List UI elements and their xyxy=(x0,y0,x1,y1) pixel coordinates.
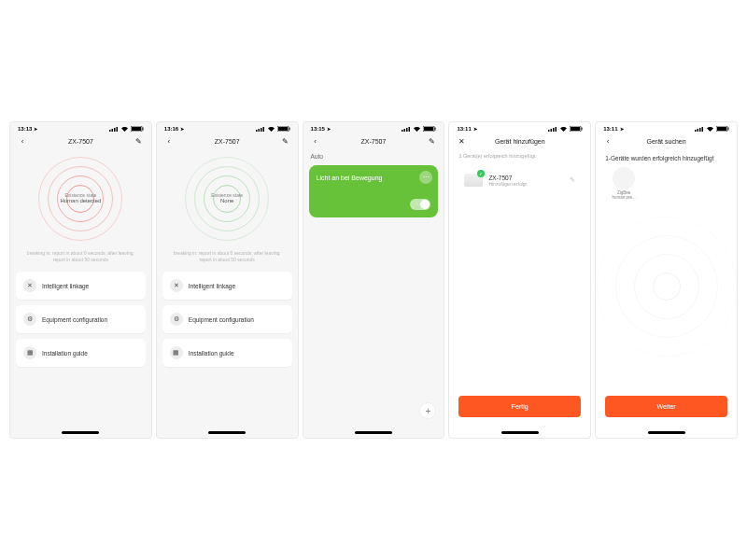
home-indicator[interactable] xyxy=(355,431,392,434)
row-label: Intelligent linkage xyxy=(42,283,89,289)
gear-icon: ⚙ xyxy=(170,313,183,326)
timing-note: breaking in: report in about 0 seconds; … xyxy=(157,245,298,272)
home-indicator[interactable] xyxy=(208,431,246,434)
wifi-icon xyxy=(413,126,421,132)
edit-icon[interactable]: ✎ xyxy=(281,137,290,146)
add-button[interactable]: + xyxy=(419,402,436,419)
svg-rect-29 xyxy=(697,129,698,132)
device-name: ZX-7507 xyxy=(488,175,564,181)
guide-icon: ▦ xyxy=(23,346,36,359)
svg-rect-10 xyxy=(262,127,264,132)
search-radar xyxy=(597,217,737,357)
svg-rect-5 xyxy=(132,127,141,131)
check-icon: ✓ xyxy=(477,170,485,177)
home-indicator[interactable] xyxy=(648,431,685,434)
status-time: 13:16 xyxy=(164,126,178,132)
battery-icon xyxy=(423,126,436,132)
row-label: Installation guide xyxy=(42,350,88,357)
gear-icon: ⚙ xyxy=(23,313,36,326)
section-auto: Auto xyxy=(303,149,444,163)
back-icon[interactable]: ‹ xyxy=(603,137,613,146)
screen-add-device: 13:11➤ ✕ Gerät hinzufügen 1 Gerät(e) erf… xyxy=(448,121,591,439)
header: ‹ Gerät suchen xyxy=(596,133,737,149)
svg-rect-6 xyxy=(142,128,143,131)
back-icon[interactable]: ‹ xyxy=(311,137,320,146)
row-label: Intelligent linkage xyxy=(189,283,235,289)
header: ‹ ZX-7507 ✎ xyxy=(157,133,298,149)
row-label: Installation guide xyxy=(189,350,234,357)
done-button[interactable]: Fertig xyxy=(458,396,581,417)
found-device-chip[interactable]: ZigBee human pre... xyxy=(605,167,642,201)
svg-rect-8 xyxy=(258,129,260,132)
rename-icon[interactable]: ✎ xyxy=(570,176,575,184)
row-installation-guide[interactable]: ▦ Installation guide xyxy=(162,339,292,367)
device-row[interactable]: ✓ ZX-7507 Hinzufügen erfolgr. ✎ xyxy=(457,166,583,194)
close-icon[interactable]: ✕ xyxy=(457,137,466,146)
signal-icon xyxy=(109,126,119,132)
header: ‹ ZX-7507 ✎ xyxy=(10,133,151,149)
row-equipment-config[interactable]: ⚙ Equipment configuration xyxy=(16,305,146,333)
automation-toggle[interactable] xyxy=(410,199,430,210)
statusbar: 13:16➤ xyxy=(157,122,298,133)
state-value: Human detected xyxy=(60,198,101,204)
page-title: Gerät suchen xyxy=(613,138,720,145)
back-icon[interactable]: ‹ xyxy=(164,137,174,146)
svg-rect-19 xyxy=(424,127,433,131)
home-indicator[interactable] xyxy=(501,431,539,434)
wifi-icon xyxy=(120,126,129,132)
screen-search-device: 13:11➤ ‹ Gerät suchen 1-Geräte wurden er… xyxy=(595,121,738,439)
header: ‹ ZX-7507 ✎ xyxy=(303,133,444,149)
location-icon: ➤ xyxy=(327,126,331,132)
svg-rect-3 xyxy=(116,127,118,132)
svg-rect-30 xyxy=(699,128,701,132)
chip-line2: human pre... xyxy=(613,196,636,201)
more-icon[interactable]: ⋯ xyxy=(419,171,432,184)
statusbar: 13:15➤ xyxy=(303,122,444,133)
edit-icon[interactable]: ✎ xyxy=(134,137,144,146)
statusbar: 13:11➤ xyxy=(596,122,737,133)
signal-icon xyxy=(402,126,411,132)
svg-rect-14 xyxy=(402,130,403,132)
screen-sensor-none: 13:16➤ ‹ ZX-7507 ✎ Existence state None xyxy=(156,121,299,439)
location-icon: ➤ xyxy=(180,126,184,132)
svg-rect-28 xyxy=(695,130,697,132)
next-button[interactable]: Weiter xyxy=(605,396,727,417)
edit-icon[interactable]: ✎ xyxy=(427,137,436,146)
device-thumb xyxy=(613,167,635,189)
svg-rect-21 xyxy=(548,130,550,132)
row-equipment-config[interactable]: ⚙ Equipment configuration xyxy=(162,305,292,333)
svg-rect-0 xyxy=(109,130,111,132)
home-indicator[interactable] xyxy=(62,431,99,434)
status-time: 13:13 xyxy=(18,126,32,132)
svg-rect-2 xyxy=(114,128,116,132)
svg-rect-12 xyxy=(278,127,288,131)
location-icon: ➤ xyxy=(620,126,624,132)
svg-rect-26 xyxy=(571,127,580,131)
screen-automation: 13:15➤ ‹ ZX-7507 ✎ Auto Licht an bei Bew… xyxy=(303,121,445,439)
row-intelligent-linkage[interactable]: ✕ Intelligent linkage xyxy=(16,272,146,300)
wifi-icon xyxy=(706,126,714,132)
svg-rect-20 xyxy=(435,128,436,131)
row-intelligent-linkage[interactable]: ✕ Intelligent linkage xyxy=(162,272,292,300)
automation-title: Licht an bei Bewegung xyxy=(317,175,431,181)
signal-icon xyxy=(695,126,704,132)
guide-icon: ▦ xyxy=(170,346,183,359)
svg-rect-16 xyxy=(406,128,408,132)
page-title: ZX-7507 xyxy=(174,138,281,145)
statusbar: 13:11➤ xyxy=(449,122,590,133)
back-icon[interactable]: ‹ xyxy=(18,137,27,146)
svg-rect-34 xyxy=(727,128,728,131)
statusbar: 13:13➤ xyxy=(10,122,151,133)
linkage-icon: ✕ xyxy=(23,279,36,292)
battery-icon xyxy=(716,126,729,132)
device-status: Hinzufügen erfolgr. xyxy=(488,181,564,187)
svg-rect-17 xyxy=(409,127,411,132)
row-installation-guide[interactable]: ▦ Installation guide xyxy=(16,339,146,367)
location-icon: ➤ xyxy=(473,126,477,132)
automation-card[interactable]: Licht an bei Bewegung ⋯ xyxy=(309,165,439,217)
svg-rect-22 xyxy=(551,129,553,132)
svg-rect-24 xyxy=(556,127,557,132)
signal-icon xyxy=(256,126,265,132)
svg-rect-13 xyxy=(289,128,289,131)
svg-rect-33 xyxy=(717,127,726,131)
